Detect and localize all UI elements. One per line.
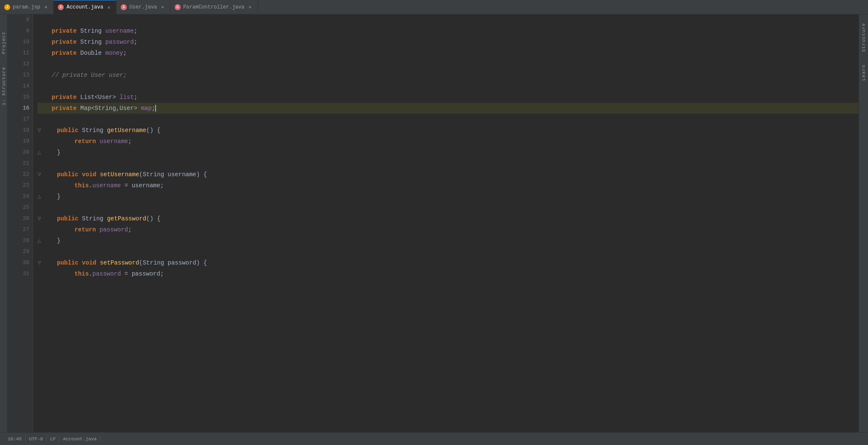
code-return-27: return (46, 224, 99, 235)
code-line-30: ▽ public void setPassword(String passwor… (37, 257, 859, 268)
code-method-26: getPassword (107, 213, 146, 224)
code-kw-30b: void (82, 257, 100, 268)
code-method-30: setPassword (100, 257, 139, 268)
code-brace-20: } (43, 147, 60, 158)
status-line-col: 16:45 (4, 437, 26, 442)
code-kw-9: private (37, 25, 80, 37)
tab-icon-jsp: J (4, 4, 10, 10)
line-num-8: 8 (8, 14, 29, 25)
code-kw-22b: void (82, 169, 100, 180)
code-param-name-22: username) (164, 169, 203, 180)
tab-account-java[interactable]: C Account.java ✕ (54, 0, 116, 14)
code-line-31: this.password = password; (37, 268, 859, 279)
tab-label-param-jsp: param.jsp (13, 4, 40, 10)
code-line-10: private String password; (37, 37, 859, 48)
line-num-11: 11 (8, 48, 29, 59)
line-num-12: 12 (8, 59, 29, 70)
tab-close-paramcontroller-java[interactable]: ✕ (247, 3, 253, 11)
code-field-15: list (119, 92, 134, 103)
tab-icon-paramcontroller: C (175, 4, 181, 10)
cursor (155, 105, 156, 112)
code-line-15: private List<User> list; (37, 92, 859, 103)
code-field-23b: username (132, 180, 160, 191)
code-paren-26: () (146, 213, 157, 224)
code-line-16: private Map<String,User> map; (37, 103, 859, 114)
right-panel-label-structure[interactable]: Structure (861, 23, 866, 52)
code-field-27: password (99, 224, 128, 235)
code-paren-30a: ( (139, 257, 142, 268)
tab-close-param-jsp[interactable]: ✕ (43, 3, 49, 11)
line-num-13: 13 (8, 70, 29, 81)
code-kw-15: private (37, 92, 80, 103)
code-method-18: getUsername (107, 125, 146, 136)
line-num-10: 10 (8, 37, 29, 48)
line-num-30: 30 (8, 257, 29, 268)
code-kw-30a: public (43, 257, 82, 268)
tab-label-paramcontroller-java: ParamController.java (183, 4, 244, 10)
line-num-14: 14 (8, 81, 29, 92)
code-line-26: ▽ public String getPassword() { (37, 213, 859, 224)
code-line-25 (37, 202, 859, 213)
line-num-9: 9 (8, 25, 29, 37)
line-num-31: 31 (8, 268, 29, 279)
code-kw-16: private (37, 103, 80, 114)
line-num-23: 23 (8, 180, 29, 191)
code-line-18: ▽ public String getUsername() { (37, 125, 859, 136)
fold-arrow-18[interactable]: ▽ (37, 125, 41, 136)
code-area[interactable]: private String username; private String … (33, 14, 859, 432)
fold-marker-28: △ (37, 235, 41, 246)
left-label-project[interactable]: Project (1, 31, 6, 54)
tab-close-user-java[interactable]: ✕ (159, 3, 166, 11)
tab-param-jsp[interactable]: J param.jsp ✕ (0, 0, 54, 14)
code-line-28: △ } (37, 235, 859, 246)
fold-arrow-22[interactable]: ▽ (37, 169, 41, 180)
tab-user-java[interactable]: C User.java ✕ (116, 0, 170, 14)
status-file-info: Account.java (60, 437, 100, 442)
code-type-9: String (80, 25, 105, 37)
line-numbers: 8 9 10 11 12 13 14 15 16 17 18 19 20 21 … (8, 14, 33, 432)
code-semi-31: ; (160, 268, 164, 279)
code-field-31b: password (132, 268, 160, 279)
code-line-13: // private User user; (37, 70, 859, 81)
code-dot-31: . (89, 268, 92, 279)
code-line-27: return password; (37, 224, 859, 235)
line-num-15: 15 (8, 92, 29, 103)
line-num-24: 24 (8, 191, 29, 202)
fold-arrow-26[interactable]: ▽ (37, 213, 41, 224)
code-type-15c: > (112, 92, 119, 103)
tab-close-account-java[interactable]: ✕ (106, 4, 112, 11)
code-field-23a: username (92, 180, 121, 191)
code-kw-10: private (37, 37, 80, 48)
tab-paramcontroller-java[interactable]: C ParamController.java ✕ (170, 0, 258, 14)
main-area: Project 1: Structure 8 9 10 11 12 13 14 … (0, 14, 868, 432)
code-kw-26a: public (43, 213, 82, 224)
code-type-11: Double (80, 48, 105, 59)
code-semi-11: ; (123, 48, 127, 59)
code-line-11: private Double money; (37, 48, 859, 59)
code-type-10: String (80, 37, 105, 48)
right-panel-label-learn[interactable]: Learn (861, 65, 866, 81)
code-type-18: String (82, 125, 107, 136)
status-encoding: UTF-8 (26, 437, 47, 442)
code-kw-22a: public (43, 169, 82, 180)
code-return-19: return (46, 136, 99, 147)
code-field-19: username (99, 136, 128, 147)
code-type-15b: User (98, 92, 113, 103)
line-num-18: 18 (8, 125, 29, 136)
code-semi-10: ; (134, 37, 137, 48)
code-field-16: map (141, 103, 152, 114)
tab-label-user-java: User.java (129, 4, 157, 10)
code-line-22: ▽ public void setUsername(String usernam… (37, 169, 859, 180)
code-semi-9: ; (134, 25, 137, 37)
right-panel: Structure Learn (859, 14, 868, 432)
code-eq-23: = (121, 180, 131, 191)
code-semi-16: ; (152, 103, 155, 114)
line-num-29: 29 (8, 246, 29, 257)
line-num-20: 20 (8, 147, 29, 158)
code-comment-13: // private User user; (37, 70, 127, 81)
left-label-structure[interactable]: 1: Structure (1, 67, 6, 105)
code-line-12 (37, 59, 859, 70)
line-num-21: 21 (8, 158, 29, 169)
code-semi-15: ; (134, 92, 137, 103)
fold-arrow-30[interactable]: ▽ (37, 257, 41, 268)
